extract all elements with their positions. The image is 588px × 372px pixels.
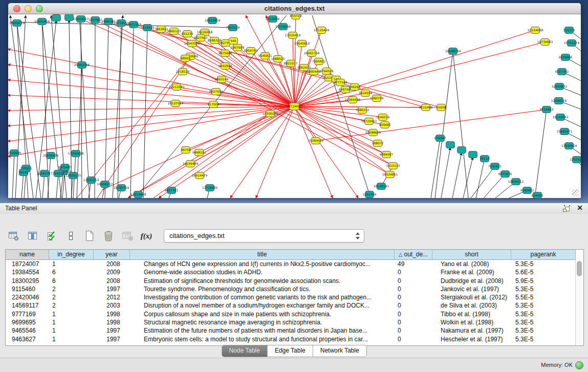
- show-columns-button[interactable]: [26, 229, 39, 243]
- table-cell[interactable]: 5.3E-5: [511, 318, 576, 326]
- graph-edge[interactable]: [535, 110, 547, 198]
- table-cell[interactable]: Structural magnetic resonance image aver…: [130, 318, 395, 326]
- row-height-button[interactable]: [64, 229, 77, 243]
- graph-node[interactable]: 13325419: [285, 32, 301, 39]
- table-cell[interactable]: 0: [395, 310, 432, 318]
- column-header-title[interactable]: title: [130, 250, 395, 260]
- graph-node[interactable]: 111275: [563, 27, 575, 34]
- tab-edge-table[interactable]: Edge Table: [268, 345, 313, 357]
- table-cell[interactable]: 2008: [94, 277, 130, 285]
- table-cell[interactable]: 1997: [94, 335, 130, 343]
- table-scrollbar-thumb[interactable]: [577, 261, 582, 276]
- table-cell[interactable]: 0: [395, 268, 432, 276]
- table-cell[interactable]: 0: [395, 285, 432, 293]
- graph-node[interactable]: 16914479: [192, 172, 208, 179]
- graph-node[interactable]: 9115460: [419, 104, 433, 111]
- table-cell[interactable]: 18300295: [6, 277, 49, 285]
- table-cell[interactable]: Estimation of significance thresholds fo…: [130, 277, 395, 285]
- column-header-in_degree[interactable]: in_degree: [49, 250, 94, 260]
- graph-edge[interactable]: [105, 21, 108, 198]
- graph-node[interactable]: 15692971: [557, 128, 573, 135]
- graph-edge[interactable]: [95, 20, 95, 198]
- graph-node[interactable]: 16648784: [445, 48, 461, 55]
- table-cell[interactable]: 19384554: [6, 268, 49, 276]
- graph-node[interactable]: 15958: [436, 104, 446, 111]
- graph-node[interactable]: 15751074: [564, 40, 580, 47]
- graph-edge[interactable]: [230, 106, 294, 198]
- table-row[interactable]: 1830029562008Estimation of significance …: [6, 277, 576, 285]
- table-cell[interactable]: 49: [395, 260, 432, 268]
- table-cell[interactable]: 5.3E-5: [511, 326, 576, 335]
- table-cell[interactable]: 2: [49, 285, 94, 293]
- table-cell[interactable]: 5.3E-5: [511, 301, 576, 310]
- graph-node[interactable]: 16782759: [114, 185, 129, 191]
- graph-edge[interactable]: [441, 147, 450, 198]
- window-resize-grip[interactable]: [572, 189, 579, 196]
- graph-node[interactable]: 18107554: [168, 100, 184, 107]
- graph-node[interactable]: 20206536: [43, 152, 59, 159]
- column-header-year[interactable]: year: [94, 250, 130, 260]
- window-titlebar[interactable]: citations_edges.txt: [8, 3, 581, 14]
- graph-node[interactable]: 8471676: [498, 171, 512, 178]
- graph-node[interactable]: 9498222: [192, 149, 206, 156]
- table-cell[interactable]: 9699695: [6, 318, 49, 326]
- graph-node[interactable]: 9475685: [219, 50, 232, 57]
- graph-node[interactable]: 20691406: [34, 18, 50, 25]
- float-panel-button[interactable]: [562, 205, 571, 212]
- table-cell[interactable]: 6: [49, 268, 94, 276]
- graph-node[interactable]: [65, 14, 74, 21]
- graph-node[interactable]: 12342757: [37, 170, 53, 177]
- graph-node[interactable]: 7857224: [226, 25, 240, 31]
- table-cell[interactable]: 2008: [94, 260, 130, 268]
- table-cell[interactable]: 1: [49, 310, 94, 318]
- table-cell[interactable]: 1998: [94, 310, 130, 318]
- table-cell[interactable]: 5.3E-5: [511, 310, 576, 318]
- table-row[interactable]: 911546021997Tourette syndrome. Phenomeno…: [6, 285, 576, 293]
- table-cell[interactable]: 9115460: [6, 285, 49, 293]
- graph-edge[interactable]: [8, 106, 294, 111]
- graph-node[interactable]: 13505135: [66, 172, 81, 179]
- graph-node[interactable]: 188072: [372, 140, 384, 147]
- graph-node[interactable]: 20053346: [74, 62, 90, 69]
- graph-node[interactable]: 924505: [532, 192, 543, 199]
- graph-node[interactable]: 10154088: [528, 27, 543, 34]
- graph-node[interactable]: 17359928: [68, 150, 84, 157]
- delete-table-button-disabled[interactable]: [121, 229, 134, 243]
- graph-node[interactable]: 17016504: [561, 143, 577, 149]
- column-header-out_de[interactable]: △out_de...: [395, 250, 432, 260]
- table-cell[interactable]: 1998: [94, 318, 130, 326]
- graph-node[interactable]: 13716485: [202, 185, 218, 191]
- graph-edge[interactable]: [130, 25, 134, 198]
- graph-node[interactable]: 546: [229, 38, 238, 45]
- graph-node[interactable]: 114519: [53, 170, 64, 177]
- graph-node[interactable]: 9329906: [559, 54, 573, 61]
- graph-node[interactable]: 14671355: [126, 21, 142, 28]
- table-cell[interactable]: 1: [49, 335, 94, 343]
- graph-node[interactable]: 21364436: [345, 97, 361, 103]
- graph-node[interactable]: 10654112: [508, 179, 524, 185]
- graph-node[interactable]: 3624554: [359, 90, 373, 97]
- network-canvas[interactable]: 1872400714055724206914061065326715276026…: [8, 14, 581, 198]
- graph-edge[interactable]: [143, 28, 147, 198]
- table-cell[interactable]: Dudbridge et al. (2008): [432, 277, 511, 285]
- graph-node[interactable]: 7955812: [312, 58, 326, 65]
- graph-node[interactable]: 18720407: [361, 118, 377, 125]
- table-cell[interactable]: Corpus callosum shape and size in male p…: [130, 310, 395, 318]
- table-cell[interactable]: Wolkin et al. (1998): [432, 318, 511, 326]
- graph-node[interactable]: 8427552: [209, 89, 223, 95]
- graph-edge[interactable]: [8, 106, 294, 157]
- graph-node[interactable]: 855723: [290, 14, 302, 19]
- table-cell[interactable]: Tibbo et al. (1998): [432, 310, 511, 318]
- graph-edge[interactable]: [453, 51, 468, 198]
- graph-edge[interactable]: [484, 174, 505, 198]
- graph-edge[interactable]: [294, 68, 304, 106]
- graph-node[interactable]: 19734983: [537, 39, 553, 46]
- table-row[interactable]: 2242004622012Investigating the contribut…: [6, 293, 576, 301]
- graph-node[interactable]: 9884067: [380, 151, 394, 158]
- graph-edge[interactable]: [113, 15, 123, 198]
- graph-node[interactable]: 8215953: [540, 106, 554, 113]
- column-header-short[interactable]: short: [432, 250, 511, 260]
- graph-edge[interactable]: [56, 173, 58, 198]
- table-cell[interactable]: 1997: [94, 285, 130, 293]
- graph-node[interactable]: 12923448: [130, 191, 146, 198]
